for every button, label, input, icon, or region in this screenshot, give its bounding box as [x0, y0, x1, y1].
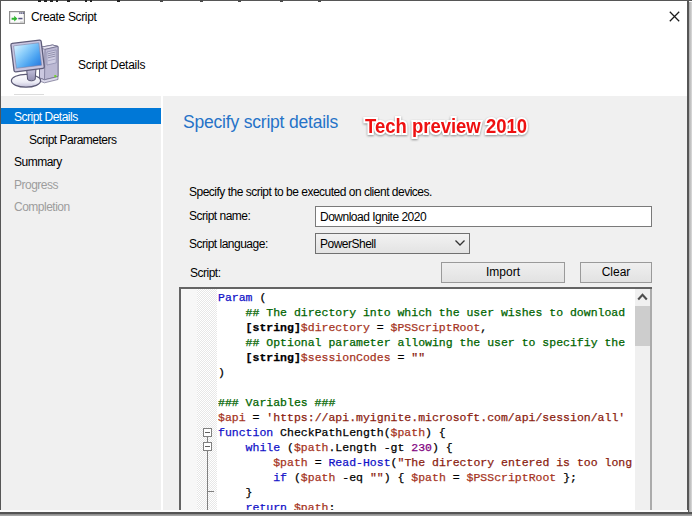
svg-text:Tech preview 2010: Tech preview 2010 [365, 114, 527, 137]
